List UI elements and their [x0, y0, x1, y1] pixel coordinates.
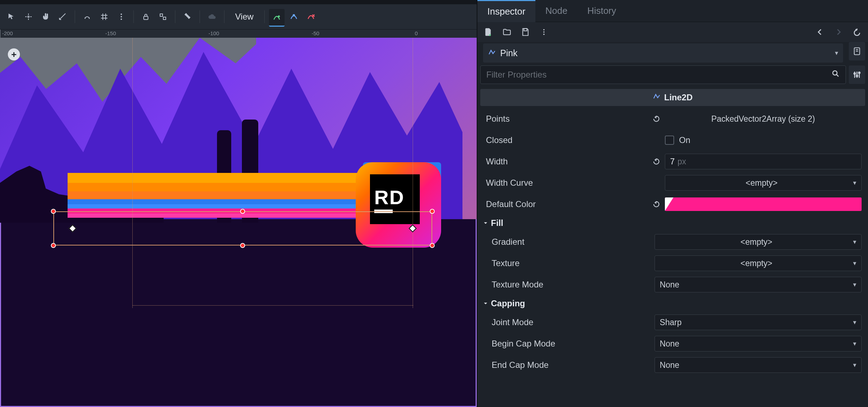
section-fill[interactable]: Fill — [477, 215, 868, 231]
cloud-tool[interactable] — [204, 9, 220, 25]
inspector-panel: Inspector Node History Pink ▾ Filter P — [477, 0, 868, 407]
svg-point-13 — [833, 71, 837, 75]
tab-inspector[interactable]: Inspector — [477, 0, 535, 22]
svg-rect-4 — [144, 16, 148, 20]
bone-tool[interactable] — [180, 9, 195, 25]
snap-options[interactable] — [113, 9, 129, 25]
view-menu[interactable]: View — [229, 12, 260, 22]
properties-list: Points PackedVector2Array (size 2) Close… — [477, 108, 868, 376]
load-resource-button[interactable] — [501, 26, 513, 38]
history-menu-button[interactable] — [851, 26, 863, 38]
svg-rect-5 — [160, 14, 163, 16]
snap-object-tool[interactable] — [79, 9, 95, 25]
new-resource-button[interactable] — [482, 26, 494, 38]
search-icon — [831, 69, 840, 80]
line2d-icon — [488, 48, 496, 58]
prop-begin-cap-label: Begin Cap Mode — [492, 339, 655, 349]
svg-point-10 — [543, 31, 545, 33]
ruler-tool[interactable] — [55, 9, 70, 25]
chevron-down-icon — [482, 220, 489, 226]
chevron-down-icon: ▾ — [853, 361, 856, 369]
svg-rect-8 — [524, 28, 527, 31]
curve-edit-tool[interactable] — [286, 9, 302, 25]
revert-icon[interactable] — [651, 199, 661, 209]
chevron-down-icon: ▾ — [853, 179, 856, 187]
pan-tool[interactable] — [38, 9, 53, 25]
selection-box[interactable] — [53, 211, 432, 245]
zoom-in-button[interactable]: + — [8, 48, 20, 60]
node-selector[interactable]: Pink ▾ — [483, 43, 843, 63]
class-header[interactable]: Line2D — [480, 89, 865, 106]
svg-rect-6 — [163, 17, 166, 20]
canvas[interactable]: RD + — [0, 38, 477, 407]
chevron-down-icon: ▾ — [853, 281, 856, 289]
icon-text: RD — [374, 186, 404, 209]
prop-joint-mode-label: Joint Mode — [492, 317, 655, 327]
default-color-swatch[interactable] — [665, 197, 862, 211]
curve-delete-tool[interactable] — [303, 9, 319, 25]
move-tool[interactable] — [21, 9, 36, 25]
prop-closed-label: Closed — [486, 135, 651, 145]
section-capping[interactable]: Capping — [477, 295, 868, 312]
svg-point-1 — [121, 14, 122, 15]
history-forward-button[interactable] — [832, 26, 845, 38]
line2d-icon — [653, 92, 661, 102]
filter-properties-input[interactable]: Filter Properties — [480, 65, 846, 84]
viewport-pane: View -200 -150 -100 -50 0 — [0, 0, 477, 407]
gradient-dropdown[interactable]: <empty> ▾ — [655, 234, 862, 250]
svg-point-9 — [543, 29, 545, 31]
width-input[interactable]: 7 px — [665, 154, 862, 169]
prop-points-value[interactable]: PackedVector2Array (size 2) — [665, 114, 862, 124]
resource-extra-button[interactable] — [538, 26, 550, 38]
svg-point-14 — [854, 73, 855, 74]
docs-button[interactable] — [849, 42, 865, 60]
tab-node[interactable]: Node — [535, 0, 577, 22]
end-cap-dropdown[interactable]: None ▾ — [655, 357, 862, 373]
width-curve-dropdown[interactable]: <empty> ▾ — [665, 175, 862, 191]
chevron-down-icon: ▾ — [853, 340, 856, 348]
svg-point-16 — [858, 72, 860, 73]
begin-cap-dropdown[interactable]: None ▾ — [655, 336, 862, 352]
svg-point-7 — [293, 15, 295, 16]
svg-point-15 — [856, 75, 858, 76]
select-tool[interactable] — [4, 9, 19, 25]
chevron-down-icon: ▾ — [853, 318, 856, 326]
revert-icon[interactable] — [651, 114, 661, 124]
group-tool[interactable] — [155, 9, 171, 25]
svg-point-11 — [543, 34, 545, 35]
texture-dropdown[interactable]: <empty> ▾ — [655, 255, 862, 271]
texture-mode-dropdown[interactable]: None ▾ — [655, 277, 862, 292]
history-back-button[interactable] — [814, 26, 826, 38]
prop-end-cap-label: End Cap Mode — [492, 360, 655, 370]
lock-tool[interactable] — [138, 9, 154, 25]
curve-create-tool[interactable] — [269, 9, 285, 27]
canvas-toolbar: View — [0, 4, 477, 29]
svg-point-0 — [28, 16, 29, 17]
revert-icon[interactable] — [651, 157, 661, 166]
chevron-down-icon: ▾ — [853, 259, 856, 267]
prop-texture-label: Texture — [492, 258, 655, 268]
chevron-down-icon — [482, 300, 489, 307]
grid-snap-tool[interactable] — [96, 9, 112, 25]
tab-history[interactable]: History — [577, 0, 626, 22]
ruler-horizontal: -200 -150 -100 -50 0 — [0, 29, 477, 38]
prop-width-label: Width — [486, 157, 651, 166]
closed-checkbox[interactable] — [665, 136, 674, 145]
save-resource-button[interactable] — [519, 26, 531, 38]
prop-points-label: Points — [486, 114, 651, 124]
prop-width-curve-label: Width Curve — [486, 178, 651, 188]
svg-point-3 — [121, 18, 122, 20]
prop-default-color-label: Default Color — [486, 199, 651, 209]
chevron-down-icon: ▾ — [853, 238, 856, 246]
prop-gradient-label: Gradient — [492, 237, 655, 247]
svg-point-2 — [121, 16, 122, 17]
prop-texture-mode-label: Texture Mode — [492, 280, 655, 290]
joint-mode-dropdown[interactable]: Sharp ▾ — [655, 314, 862, 330]
chevron-down-icon: ▾ — [835, 49, 838, 57]
manage-properties-button[interactable] — [849, 65, 865, 84]
